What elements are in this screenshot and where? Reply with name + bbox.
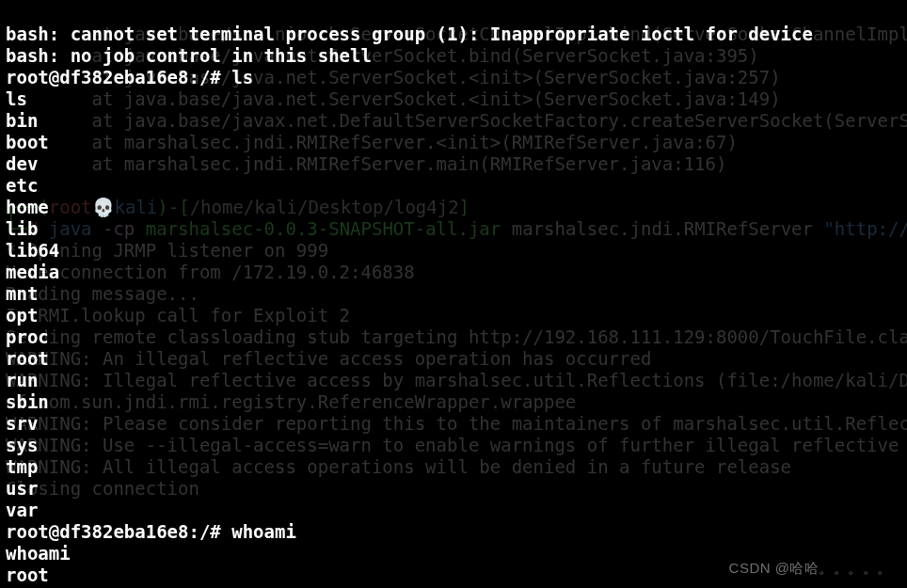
ls-entry: lib [6, 218, 38, 239]
cmd-echo: ls [6, 88, 27, 109]
ls-entry: sys [6, 435, 38, 455]
ls-entry: tmp [6, 456, 38, 477]
ls-entry: opt [6, 305, 38, 326]
ls-entry: lib64 [6, 240, 59, 261]
foreground-terminal-output: bash: cannot set terminal process group … [0, 0, 907, 588]
prompt-line: root@df382eba16e8:/# whoami [6, 521, 296, 542]
ls-entry: proc [6, 326, 49, 347]
ls-entry: usr [6, 478, 38, 499]
ls-entry: var [6, 500, 38, 520]
ls-entry: mnt [6, 283, 38, 304]
whoami-output: root [6, 564, 49, 585]
ls-entry: dev [6, 153, 38, 174]
cmd-echo: whoami [6, 543, 71, 564]
bash-error-line: bash: cannot set terminal process group … [6, 24, 813, 44]
ls-entry: home [6, 197, 49, 217]
ls-entry: bin [6, 110, 38, 131]
ls-entry: etc [6, 175, 38, 196]
terminal-window[interactable]: at java.base/sun.nio.ch.ServerSocketChan… [0, 0, 907, 588]
ls-entry: sbin [6, 391, 49, 412]
prompt-line: root@df382eba16e8:/# ls [6, 67, 253, 87]
watermark-text: CSDN @哈哈。。。。。 [729, 557, 892, 579]
ls-entry: root [6, 348, 49, 369]
ls-entry: run [6, 370, 38, 390]
ls-entry: boot [6, 132, 49, 152]
ls-entry: media [6, 262, 59, 282]
ls-entry: srv [6, 413, 38, 434]
bash-error-line: bash: no job control in this shell [6, 45, 372, 66]
